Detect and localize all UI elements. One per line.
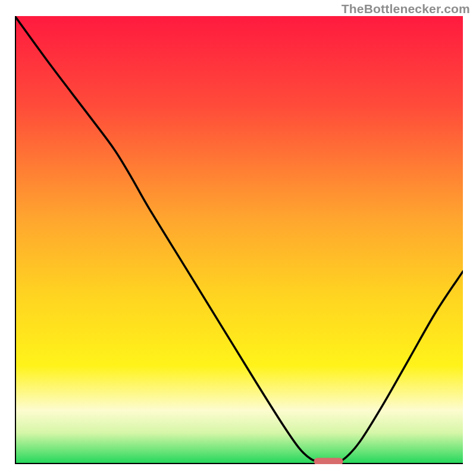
chart-svg xyxy=(15,16,463,464)
optimum-marker xyxy=(314,458,343,464)
chart-container: TheBottlenecker.com xyxy=(0,0,476,476)
gradient-background xyxy=(15,16,463,464)
plot-area xyxy=(15,16,463,464)
attribution-text: TheBottlenecker.com xyxy=(342,2,470,16)
